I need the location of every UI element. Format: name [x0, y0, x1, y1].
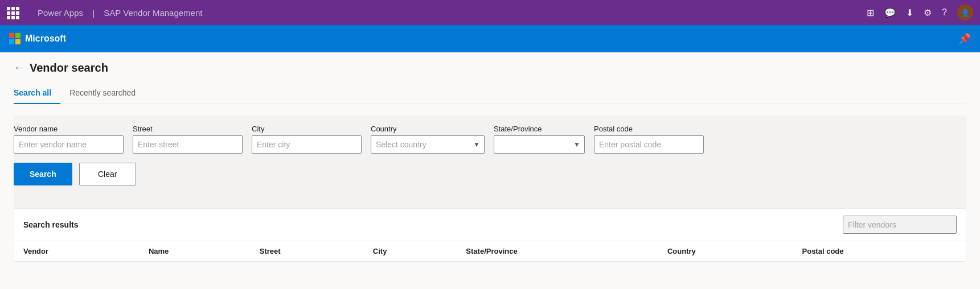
postal-code-field: Postal code	[594, 125, 704, 154]
country-select-wrapper: Select country ▼	[371, 135, 485, 154]
vendor-name-field: Vendor name	[14, 125, 124, 154]
country-label: Country	[371, 125, 485, 133]
tab-recently-searched-label: Recently searched	[69, 88, 136, 97]
city-field: City	[252, 125, 362, 154]
tabs-container: Search all Recently searched	[14, 84, 966, 104]
table-header-row: Vendor Name Street City State/Province C…	[14, 241, 966, 262]
download-icon[interactable]: ⬇	[906, 7, 913, 18]
top-nav-bar: Power Apps | SAP Vendor Management ⊞ 💬 ⬇…	[0, 0, 980, 25]
module-label: SAP Vendor Management	[104, 8, 202, 18]
tab-search-all-label: Search all	[14, 88, 51, 97]
tab-search-all[interactable]: Search all	[14, 84, 60, 104]
state-select[interactable]	[494, 135, 585, 154]
form-fields-row: Vendor name Street City Country Select c…	[14, 125, 966, 154]
apps-icon[interactable]: ⊞	[867, 7, 874, 18]
ms-bar-right: 📌	[958, 32, 971, 45]
vendor-name-input[interactable]	[14, 135, 124, 154]
state-select-wrapper: ▼	[494, 135, 585, 154]
col-vendor: Vendor	[14, 241, 140, 262]
col-country: Country	[658, 241, 793, 262]
back-button[interactable]: ←	[14, 62, 24, 74]
waffle-icon	[7, 7, 18, 18]
ms-bar: Microsoft 📌	[0, 25, 980, 52]
search-button[interactable]: Search	[14, 163, 72, 185]
page-header: ← Vendor search	[14, 61, 966, 75]
state-label: State/Province	[494, 125, 585, 133]
col-city: City	[364, 241, 457, 262]
street-field: Street	[133, 125, 243, 154]
page-title: Vendor search	[30, 61, 108, 75]
city-label: City	[252, 125, 362, 133]
postal-code-label: Postal code	[594, 125, 704, 133]
chat-icon[interactable]: 💬	[884, 7, 896, 18]
col-postal: Postal code	[793, 241, 966, 262]
vendor-name-label: Vendor name	[14, 125, 124, 133]
city-input[interactable]	[252, 135, 362, 154]
clear-button[interactable]: Clear	[79, 163, 136, 185]
settings-icon[interactable]: ⚙	[924, 7, 932, 18]
results-title: Search results	[23, 220, 79, 229]
tab-recently-searched[interactable]: Recently searched	[60, 84, 145, 104]
avatar[interactable]: 👤	[957, 5, 973, 20]
help-icon[interactable]: ?	[942, 7, 947, 18]
pin-icon[interactable]: 📌	[958, 32, 971, 45]
state-field: State/Province ▼	[494, 125, 585, 154]
ms-logo: Microsoft	[9, 33, 66, 44]
country-select[interactable]: Select country	[371, 135, 485, 154]
results-section: Search results Vendor Name Street City S…	[14, 208, 966, 262]
ms-brand-label: Microsoft	[25, 34, 66, 44]
col-state: State/Province	[457, 241, 658, 262]
search-form: Vendor name Street City Country Select c…	[14, 115, 966, 208]
filter-vendors-input[interactable]	[843, 216, 957, 234]
results-header: Search results	[14, 209, 966, 241]
nav-right-icons: ⊞ 💬 ⬇ ⚙ ? 👤	[867, 5, 973, 20]
app-title: Power Apps | SAP Vendor Management	[34, 8, 206, 18]
power-apps-label: Power Apps	[38, 8, 83, 18]
col-name: Name	[140, 241, 251, 262]
main-content: ← Vendor search Search all Recently sear…	[0, 52, 980, 289]
country-field: Country Select country ▼	[371, 125, 485, 154]
results-table: Vendor Name Street City State/Province C…	[14, 241, 966, 262]
app-grid-icon[interactable]	[7, 7, 30, 18]
col-street: Street	[251, 241, 364, 262]
street-label: Street	[133, 125, 243, 133]
postal-code-input[interactable]	[594, 135, 704, 154]
form-buttons-row: Search Clear	[14, 163, 966, 185]
ms-grid-logo	[9, 33, 20, 44]
street-input[interactable]	[133, 135, 243, 154]
table-header: Vendor Name Street City State/Province C…	[14, 241, 966, 262]
nav-separator: |	[92, 8, 95, 18]
